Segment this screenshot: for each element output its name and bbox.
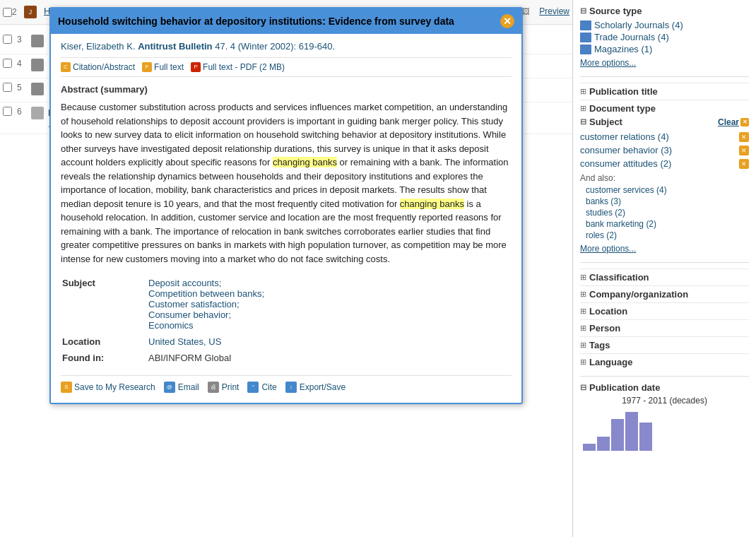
author-name: Kiser, Elizabeth K. — [61, 41, 136, 52]
classification-section[interactable]: ⊞ Classification — [580, 268, 749, 285]
pdf-icon: P — [191, 62, 201, 72]
print-label: Print — [222, 382, 240, 392]
print-button[interactable]: 🖨 Print — [208, 382, 240, 393]
scholarly-journals-link[interactable]: Scholarly Journals (4) — [594, 20, 683, 30]
location-row: Location United States, US — [62, 334, 510, 349]
result-3-icon — [31, 35, 48, 49]
result-2-checkbox[interactable] — [3, 8, 12, 17]
roles-link[interactable]: roles (2) — [586, 230, 617, 240]
customer-relations-link[interactable]: customer relations (4) — [580, 131, 669, 142]
save-to-research-button[interactable]: S Save to My Research — [61, 382, 155, 393]
result-6-checkbox[interactable] — [3, 107, 12, 116]
subject-toggle[interactable]: ⊟ — [580, 117, 586, 126]
magazines-count: (1) — [642, 44, 653, 54]
magazines-link[interactable]: Magazines (1) — [594, 44, 652, 54]
subject-deposit[interactable]: Deposit accounts; — [148, 278, 221, 288]
pub-date-toggle[interactable]: ⊟ — [580, 383, 586, 392]
popup-close-button[interactable]: ✕ — [500, 14, 514, 28]
customer-relations-remove[interactable]: ✕ — [739, 132, 749, 142]
location-section[interactable]: ⊞ Location — [580, 302, 749, 319]
company-org-section[interactable]: ⊞ Company/organization — [580, 285, 749, 302]
language-label: Language — [589, 357, 632, 367]
consumer-attitudes-link[interactable]: consumer attitudes (2) — [580, 158, 671, 169]
scholarly-journals-count: (4) — [672, 20, 683, 30]
cite-button[interactable]: " Cite — [247, 382, 276, 393]
date-info: (Winter 2002): 619-640. — [238, 41, 335, 52]
consumer-attitudes-remove[interactable]: ✕ — [739, 159, 749, 169]
pub-date-header: ⊟ Publication date — [580, 382, 749, 393]
also-banks: banks (3) — [580, 196, 749, 207]
result-5-num: 5 — [17, 83, 31, 98]
subject-row: Subject Deposit accounts; Competition be… — [62, 276, 510, 333]
clear-link[interactable]: Clear — [718, 117, 739, 127]
trade-journals-link[interactable]: Trade Journals (4) — [594, 32, 669, 42]
export-save-button[interactable]: ↓ Export/Save — [285, 382, 345, 393]
bar-1[interactable] — [583, 444, 596, 451]
studies-link[interactable]: studies (2) — [586, 208, 625, 218]
tags-section[interactable]: ⊞ Tags — [580, 336, 749, 353]
document-type-section[interactable]: ⊞ Document type — [580, 100, 749, 117]
scholarly-journals-label: Scholarly Journals — [594, 20, 669, 30]
fulltext-link-label: Full text — [154, 62, 184, 72]
location-label: Location — [62, 334, 147, 349]
result-2-icon: J — [24, 6, 41, 18]
bar-4[interactable] — [625, 412, 638, 451]
person-label: Person — [589, 323, 620, 334]
subject-more-options[interactable]: More options... — [580, 244, 749, 254]
language-section[interactable]: ⊞ Language — [580, 353, 749, 370]
clear-button[interactable]: Clear ✕ — [712, 117, 749, 127]
result-4-check — [3, 59, 17, 73]
result-4-checkbox[interactable] — [3, 59, 12, 68]
citation-icon: C — [61, 62, 71, 72]
citation-abstract-link[interactable]: C Citation/Abstract — [61, 62, 135, 72]
citation-link-label: Citation/Abstract — [73, 62, 135, 72]
popup-link-bar: C Citation/Abstract F Full text P Full t… — [61, 57, 512, 77]
document-icon: J — [24, 6, 37, 18]
person-toggle: ⊞ — [580, 324, 586, 333]
scholarly-journals-row: Scholarly Journals (4) — [580, 19, 749, 31]
bar-3[interactable] — [611, 419, 624, 451]
banks-link[interactable]: banks (3) — [586, 196, 621, 206]
full-text-link[interactable]: F Full text — [142, 62, 184, 72]
subject-section: ⊟ Subject Clear ✕ customer relations (4)… — [580, 117, 749, 254]
subject-consumer[interactable]: Consumer behavior; — [148, 309, 231, 320]
and-also-label: And also: — [580, 173, 749, 183]
email-button[interactable]: @ Email — [164, 382, 199, 393]
result-5-checkbox[interactable] — [3, 83, 12, 92]
publication-title-section[interactable]: ⊞ Publication title — [580, 83, 749, 100]
result-3-checkbox[interactable] — [3, 35, 12, 44]
email-icon: @ — [164, 382, 175, 393]
subject-customer-relations: customer relations (4) ✕ — [580, 130, 749, 143]
person-section[interactable]: ⊞ Person — [580, 319, 749, 336]
location-link[interactable]: United States, US — [148, 336, 221, 347]
full-text-pdf-link[interactable]: P Full text - PDF (2 MB) — [191, 62, 285, 72]
subject-competition[interactable]: Competition between banks; — [148, 288, 264, 299]
scholarly-icon — [580, 20, 591, 30]
language-toggle: ⊞ — [580, 358, 586, 367]
source-type-more-options[interactable]: More options... — [580, 58, 749, 68]
subject-satisfaction[interactable]: Customer satisfaction; — [148, 299, 240, 309]
result-2-preview-link[interactable]: Preview — [539, 6, 569, 16]
source-type-toggle[interactable]: ⊟ — [580, 6, 586, 16]
magazines-row: Magazines (1) — [580, 43, 749, 55]
remove-icon-1: ✕ — [739, 132, 749, 142]
popup-title: Household switching behavior at deposito… — [58, 15, 495, 28]
result-6-num: 6 — [17, 107, 31, 129]
bar-2[interactable] — [597, 437, 610, 451]
consumer-behavior-remove[interactable]: ✕ — [739, 146, 749, 155]
location-toggle: ⊞ — [580, 307, 586, 316]
found-in-row: Found in: ABI/INFORM Global — [62, 350, 510, 365]
bank-marketing-link[interactable]: bank marketing (2) — [586, 219, 656, 229]
abstract-text: Because customer substitution across pro… — [61, 100, 512, 266]
consumer-behavior-link[interactable]: consumer behavior (3) — [580, 145, 672, 155]
document-type-toggle: ⊞ — [580, 104, 586, 113]
trade-icon — [580, 33, 591, 42]
bar-5[interactable] — [639, 423, 652, 451]
remove-icon-3: ✕ — [739, 159, 749, 169]
customer-services-link[interactable]: customer services (4) — [586, 185, 667, 195]
location-filter-label: Location — [589, 306, 627, 317]
article-popup: Household switching behavior at deposito… — [49, 7, 523, 404]
subject-economics[interactable]: Economics — [148, 320, 194, 331]
also-bank-marketing: bank marketing (2) — [580, 218, 749, 230]
source-type-label: Source type — [589, 6, 642, 16]
